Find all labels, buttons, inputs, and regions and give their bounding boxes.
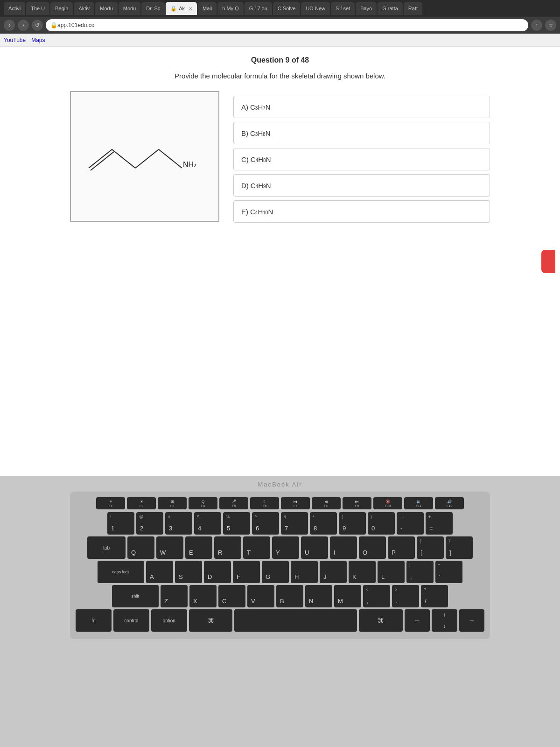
tab-modu1[interactable]: Modu	[95, 2, 118, 15]
key-ctrl[interactable]: control	[113, 609, 149, 632]
key-j[interactable]: J	[320, 561, 347, 583]
key-f3[interactable]: ⊞F3	[158, 497, 187, 509]
tab-modu2[interactable]: Modu	[119, 2, 141, 15]
key-fn[interactable]: fn	[76, 609, 112, 632]
tab-bayo[interactable]: Bayo	[356, 2, 377, 15]
key-f2[interactable]: ☀F2	[127, 497, 156, 509]
key-a[interactable]: A	[146, 561, 173, 583]
share-button[interactable]: ↑	[531, 20, 542, 31]
key-cmd-right[interactable]: ⌘	[359, 609, 403, 632]
tab-ak[interactable]: 🔒Ak ✕	[166, 2, 197, 15]
tab-drsc[interactable]: Dr. Sc	[141, 2, 165, 15]
key-rbracket[interactable]: }]	[446, 536, 473, 559]
answer-option-c[interactable]: C) C4H8N	[233, 148, 490, 170]
key-f7[interactable]: ⏮F7	[281, 497, 310, 509]
key-f11[interactable]: 🔉F11	[404, 497, 433, 509]
tab-activi[interactable]: Activi	[4, 2, 25, 15]
key-r[interactable]: R	[214, 536, 241, 559]
key-cmd-left[interactable]: ⌘	[189, 609, 233, 632]
key-m[interactable]: M	[334, 585, 361, 607]
key-5[interactable]: %5	[223, 512, 250, 535]
key-f5[interactable]: 🎤F5	[219, 497, 248, 509]
key-slash[interactable]: ?/	[421, 585, 448, 607]
forward-button[interactable]: ›	[18, 20, 29, 31]
key-updown[interactable]: ↑ ↓	[432, 609, 457, 632]
key-option[interactable]: option	[151, 609, 187, 632]
key-t[interactable]: T	[243, 536, 270, 559]
key-f8[interactable]: ⏯F8	[312, 497, 341, 509]
key-l[interactable]: L	[378, 561, 405, 583]
bookmark-youtube[interactable]: YouTube	[4, 37, 26, 43]
key-e[interactable]: E	[185, 536, 212, 559]
key-f1[interactable]: ☀F1	[96, 497, 125, 509]
key-v[interactable]: V	[247, 585, 274, 607]
key-n[interactable]: N	[305, 585, 332, 607]
key-period[interactable]: >.	[392, 585, 419, 607]
tab-new[interactable]: UO New	[301, 2, 330, 15]
bookmark-maps[interactable]: Maps	[31, 37, 45, 43]
key-space[interactable]	[234, 609, 357, 632]
tab-ratt2[interactable]: Ratt	[404, 2, 422, 15]
answer-option-d[interactable]: D) C4H9N	[233, 174, 490, 197]
answer-option-b[interactable]: B) C3H8N	[233, 122, 490, 144]
key-f6[interactable]: ☾F6	[250, 497, 279, 509]
key-9[interactable]: (9	[339, 512, 366, 535]
key-comma[interactable]: <,	[363, 585, 390, 607]
tab-begin[interactable]: Begin	[50, 2, 73, 15]
tab-solve[interactable]: C Solve	[273, 2, 301, 15]
scroll-indicator[interactable]	[541, 250, 555, 273]
key-s[interactable]: S	[175, 561, 202, 583]
key-2[interactable]: @2	[136, 512, 163, 535]
tab-the-u[interactable]: The U	[26, 2, 49, 15]
key-8[interactable]: *8	[310, 512, 337, 535]
tab-aktiv[interactable]: Aktiv	[74, 2, 94, 15]
key-lshift[interactable]: shift	[112, 585, 159, 607]
key-d[interactable]: D	[204, 561, 231, 583]
key-3[interactable]: #3	[165, 512, 192, 535]
tab-1set[interactable]: S 1set	[331, 2, 355, 15]
key-u[interactable]: U	[301, 536, 328, 559]
tab-myq[interactable]: b My Q	[217, 2, 243, 15]
key-f[interactable]: F	[233, 561, 260, 583]
refresh-button[interactable]: ↺	[32, 20, 43, 31]
key-f4[interactable]: QF4	[189, 497, 217, 509]
key-1[interactable]: !1	[107, 512, 134, 535]
key-p[interactable]: P	[388, 536, 415, 559]
key-right[interactable]: →	[459, 609, 484, 632]
url-bar[interactable]: 🔒 app.101edu.co	[46, 19, 528, 31]
answer-option-a[interactable]: A) C3H7N	[233, 96, 490, 118]
answer-option-e[interactable]: E) C4H10N	[233, 200, 490, 223]
key-h[interactable]: H	[291, 561, 318, 583]
tab-mail[interactable]: Mail	[198, 2, 217, 15]
tab-ratta[interactable]: G ratta	[378, 2, 403, 15]
key-w[interactable]: W	[156, 536, 183, 559]
key-f10[interactable]: 🔇F10	[373, 497, 402, 509]
key-z[interactable]: Z	[161, 585, 188, 607]
key-g[interactable]: G	[262, 561, 289, 583]
key-c[interactable]: C	[218, 585, 245, 607]
key-f12[interactable]: 🔊F12	[435, 497, 464, 509]
key-6[interactable]: ^6	[252, 512, 279, 535]
key-quote[interactable]: "'	[435, 561, 462, 583]
key-k[interactable]: K	[349, 561, 376, 583]
key-i[interactable]: I	[330, 536, 357, 559]
key-x[interactable]: X	[189, 585, 217, 607]
key-lbracket[interactable]: {[	[417, 536, 444, 559]
key-minus[interactable]: —-	[397, 512, 424, 535]
tab-17ou[interactable]: G 17 ou	[245, 2, 272, 15]
key-4[interactable]: $4	[194, 512, 221, 535]
key-left[interactable]: ←	[405, 609, 430, 632]
key-equals[interactable]: +=	[426, 512, 453, 535]
key-caps[interactable]: caps lock	[98, 561, 144, 583]
key-y[interactable]: Y	[272, 536, 299, 559]
key-semicolon[interactable]: :;	[406, 561, 434, 583]
key-q[interactable]: Q	[127, 536, 154, 559]
star-button[interactable]: ☆	[545, 20, 556, 31]
key-f9[interactable]: ⏭F9	[343, 497, 371, 509]
key-o[interactable]: O	[359, 536, 386, 559]
key-b[interactable]: B	[276, 585, 303, 607]
key-tab[interactable]: tab	[87, 536, 126, 559]
key-0[interactable]: )0	[368, 512, 395, 535]
back-button[interactable]: ‹	[4, 20, 15, 31]
key-7[interactable]: &7	[281, 512, 308, 535]
